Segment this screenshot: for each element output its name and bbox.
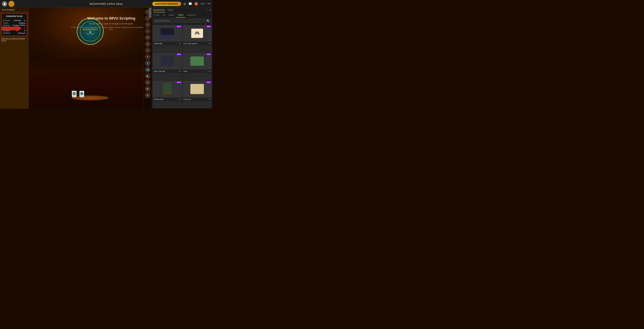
- more-icon[interactable]: •••: [207, 2, 210, 5]
- furniture-thumb-coffee-bar: imvu: [152, 25, 182, 42]
- search-icon: 🔍: [207, 19, 210, 22]
- settings-button[interactable]: ⚙: [145, 92, 150, 98]
- furniture-thumb-little-cafe: imvu: [152, 53, 182, 69]
- furniture-label-row: Sofa •••: [182, 69, 212, 73]
- furniture-item-sofa[interactable]: imvu Sofa •••: [182, 53, 212, 80]
- delete-button[interactable]: ✕: [24, 27, 26, 29]
- rotate-button[interactable]: ⟳: [145, 35, 150, 40]
- furniture-menu-button[interactable]: •••: [179, 98, 181, 100]
- pause-button[interactable]: ⏸: [145, 79, 150, 85]
- coffee-cup-2: [80, 91, 84, 97]
- furniture-thumb-potted: imvu: [152, 81, 182, 97]
- scene-floor: [29, 72, 152, 109]
- welcome-doc: If this is your first time using IMVU Sc…: [69, 26, 152, 30]
- furniture-label-row: Corn hole games •••: [182, 42, 212, 45]
- group-button[interactable]: 👥: [145, 67, 150, 72]
- furniture-label-row: Coffee Bar •••: [152, 42, 182, 45]
- play-scene-button[interactable]: ▶: [145, 73, 150, 79]
- furniture-menu-button[interactable]: •••: [179, 42, 181, 45]
- imvu-badge: imvu: [206, 53, 211, 55]
- revision-label: Revision:: [3, 19, 10, 21]
- furniture-menu-button[interactable]: •••: [208, 98, 211, 100]
- tab-all[interactable]: All: [161, 13, 167, 17]
- imvu-badge: imvu: [176, 53, 181, 55]
- expand-icon[interactable]: ⛶: [206, 9, 208, 12]
- imvu-badge: imvu: [176, 25, 181, 27]
- sticker-button[interactable]: ✦: [145, 54, 150, 60]
- close-icon[interactable]: ✕: [209, 9, 211, 12]
- furniture-thumb-picnic: imvu: [182, 81, 212, 97]
- furniture-name: Coffee Bar: [154, 42, 162, 44]
- gift-icon[interactable]: 🎁: [194, 2, 198, 6]
- inventory-shop-tabs: INVENTORY SHOP: [153, 8, 174, 12]
- furniture-name: Sofa: [184, 70, 187, 72]
- furniture-item-picnic[interactable]: imvu Picnic 02 •••: [182, 81, 212, 108]
- tab-shop[interactable]: SHOP: [168, 8, 174, 12]
- chat-icon[interactable]: 💬: [188, 2, 192, 6]
- furniture-item-potted-plant[interactable]: imvu Potted plant •••: [152, 81, 182, 108]
- potted-shape: [163, 83, 172, 95]
- tab-in-use[interactable]: In Use: [152, 13, 161, 17]
- furniture-name: Picnic 02: [184, 98, 191, 100]
- grid-icon[interactable]: ⊞: [184, 2, 186, 6]
- red-arrow: [1, 25, 22, 32]
- cornhole-shape: [191, 29, 203, 38]
- svg-marker-1: [1, 25, 22, 32]
- search-bar: 🔍: [153, 19, 211, 23]
- refresh-button[interactable]: ↺: [145, 22, 150, 28]
- topbar-right: DISCOVER REWARDS ⊞ 💬 🎁 </> •••: [152, 2, 210, 6]
- trash-button[interactable]: 🗑: [145, 86, 150, 92]
- person-button[interactable]: 👤: [145, 60, 150, 66]
- furniture-menu-button[interactable]: •••: [208, 70, 211, 72]
- imvu-badge: imvu: [176, 81, 181, 83]
- code-icon[interactable]: </>: [200, 2, 205, 5]
- furniture-item-cornhole[interactable]: imvu Corn hole games •••: [182, 25, 212, 52]
- furniture-item-coffee-bar[interactable]: imvu Coffee Bar •••: [152, 25, 182, 52]
- right-toolbar: ? − ↺ + ⟳ ◎ T ✦ 👤 👥 ▶ ⏸ 🗑 ⚙: [143, 8, 152, 109]
- furniture-menu-button[interactable]: •••: [179, 70, 181, 72]
- revision-row: Revision: undefined ▶: [3, 19, 26, 21]
- topbar: 🔨 BUCKSTARS Coffee Shop DISCOVER REWARDS…: [0, 0, 212, 8]
- imvu-badge: imvu: [206, 25, 211, 27]
- coffee-cup-1: [72, 91, 76, 97]
- add-button[interactable]: +: [145, 28, 150, 34]
- panel-controls: ⛶ ✕: [206, 9, 211, 12]
- right-panel: INVENTORY SHOP ⛶ ✕ In Use All Chairs Tab…: [152, 8, 212, 109]
- iteration-value: 0: [24, 30, 26, 32]
- revision-value: undefined: [13, 19, 21, 21]
- furniture-item-little-cafe[interactable]: imvu Little Cofe Bar •••: [152, 53, 182, 80]
- scene-table: [72, 96, 109, 100]
- tab-inventory[interactable]: INVENTORY: [153, 8, 165, 12]
- furniture-label-row: Little Cofe Bar •••: [152, 69, 182, 73]
- target-button[interactable]: ◎: [145, 41, 150, 47]
- welcome-panel: Welcome to IMVU Scripting Please select …: [69, 16, 152, 30]
- text-button[interactable]: T: [145, 47, 150, 53]
- tab-tables[interactable]: Tables: [176, 13, 185, 17]
- scene: BUCKSTARS ☕ COFFEE Welcome to IMVU Scrip…: [29, 8, 152, 109]
- welcome-subtitle: Please select a script to manage in the …: [69, 22, 152, 25]
- status-value: Stopped: [18, 22, 26, 24]
- avatar-icon[interactable]: [2, 1, 7, 6]
- svg-point-0: [4, 3, 5, 4]
- furniture-label-row: Picnic 02 •••: [182, 97, 212, 101]
- furniture-name: Potted plant: [154, 98, 164, 100]
- category-tabs: In Use All Chairs Tables Lamps & L: [152, 13, 212, 18]
- coffee-bar-shape: [160, 28, 174, 38]
- add-script-button[interactable]: Click here to add a Furniture Script: [1, 37, 27, 41]
- furniture-name: Little Cofe Bar: [154, 70, 166, 72]
- status-label: Status:: [3, 22, 9, 24]
- discover-rewards-button[interactable]: DISCOVER REWARDS: [152, 2, 181, 6]
- furniture-name: Corn hole games: [184, 42, 198, 44]
- tab-lamps[interactable]: Lamps & L: [185, 13, 198, 17]
- search-input[interactable]: [155, 20, 206, 22]
- furniture-menu-button[interactable]: •••: [208, 42, 211, 45]
- collapse-handle[interactable]: <: [149, 8, 152, 18]
- furniture-thumb-cornhole: imvu: [182, 25, 212, 42]
- play-button[interactable]: ▶: [24, 19, 26, 21]
- hammer-icon[interactable]: 🔨: [8, 1, 14, 7]
- picnic-shape: [190, 84, 204, 94]
- sofa-shape: [190, 56, 204, 66]
- tab-chairs[interactable]: Chairs: [167, 13, 176, 17]
- welcome-title: Welcome to IMVU Scripting: [69, 16, 152, 20]
- topbar-left: 🔨: [2, 1, 14, 7]
